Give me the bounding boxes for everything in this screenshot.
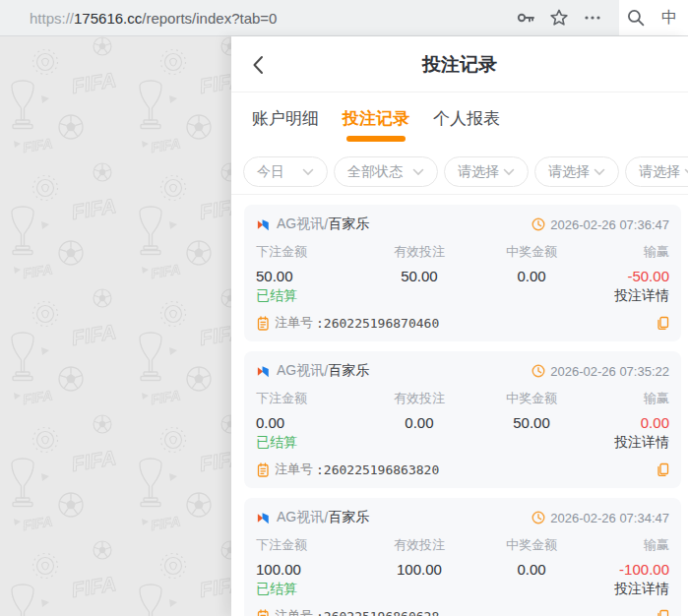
game-name: 百家乐	[328, 509, 369, 526]
bet-record-card: AG视讯/百家乐 2026-02-26 07:34:47 下注金额 有效投注 中…	[244, 498, 681, 616]
ag-provider-icon	[256, 217, 271, 232]
clock-icon	[532, 511, 545, 524]
filter-date-dropdown[interactable]: 今日	[243, 156, 328, 187]
chevron-down-icon	[412, 168, 424, 176]
browser-menu-icon[interactable]	[576, 15, 609, 21]
bet-amount: 100.00	[256, 561, 363, 578]
bet-timestamp: 2026-02-26 07:36:47	[550, 217, 669, 232]
game-name: 百家乐	[328, 362, 369, 380]
bet-amount: 50.00	[256, 268, 363, 284]
order-number-value: 260225196863820	[324, 462, 439, 477]
fifa-pattern-art: FIFA	[0, 36, 231, 616]
tab-account-detail[interactable]: 账户明细	[252, 107, 319, 150]
order-number-label: 注单号	[275, 461, 313, 478]
status-badge: 已结算	[256, 434, 297, 452]
filter-select-dropdown-1[interactable]: 请选择	[444, 156, 529, 187]
ag-provider-icon	[256, 511, 271, 525]
profit-amount: -50.00	[588, 268, 669, 284]
clock-icon	[532, 364, 545, 378]
provider-name: AG视讯	[277, 216, 324, 233]
column-header-valid: 有效投注	[363, 390, 475, 407]
copy-icon[interactable]	[656, 462, 669, 477]
chevron-down-icon	[594, 168, 605, 176]
back-button[interactable]	[251, 55, 271, 75]
order-number-label: 注单号	[275, 607, 313, 616]
provider-name: AG视讯	[277, 509, 324, 526]
order-number-value: 260225196860628	[324, 609, 439, 616]
order-note-icon	[256, 316, 270, 331]
chevron-down-icon	[302, 168, 314, 176]
column-header-profit: 输赢	[588, 390, 669, 407]
copy-icon[interactable]	[656, 316, 669, 331]
tab-personal-report[interactable]: 个人报表	[433, 107, 500, 150]
search-icon[interactable]	[619, 9, 653, 27]
order-note-icon	[256, 609, 270, 616]
browser-toolbar: https://175616.cc/reports/index?tab=0 中	[0, 0, 688, 36]
profit-amount: -100.00	[588, 561, 669, 578]
password-key-icon[interactable]	[509, 10, 542, 26]
order-number-label: 注单号	[275, 314, 313, 332]
column-header-valid: 有效投注	[363, 243, 475, 261]
column-header-win: 中奖金额	[475, 243, 588, 261]
copy-icon[interactable]	[656, 609, 669, 616]
column-header-bet: 下注金额	[256, 390, 363, 407]
page-url[interactable]: https://175616.cc/reports/index?tab=0	[30, 10, 509, 27]
filter-select-dropdown-3[interactable]: 请选择	[625, 156, 688, 187]
column-header-bet: 下注金额	[256, 243, 363, 261]
tab-bar: 账户明细 投注记录 个人报表	[231, 92, 688, 150]
active-tab-underline	[346, 136, 406, 142]
win-amount: 0.00	[475, 268, 588, 284]
toolbar-right: 中	[619, 0, 688, 35]
game-name: 百家乐	[328, 216, 369, 233]
column-header-valid: 有效投注	[363, 536, 475, 554]
status-badge: 已结算	[256, 581, 297, 598]
column-header-bet: 下注金额	[256, 536, 363, 554]
records-list: AG视讯/百家乐 2026-02-26 07:36:47 下注金额 有效投注 中…	[231, 195, 688, 616]
order-number-colon: :	[316, 609, 324, 616]
bet-detail-link[interactable]: 投注详情	[614, 434, 669, 452]
chevron-down-icon	[684, 168, 688, 176]
bet-amount: 0.00	[256, 414, 363, 431]
bet-record-card: AG视讯/百家乐 2026-02-26 07:36:47 下注金额 有效投注 中…	[244, 205, 681, 341]
profit-amount: 0.00	[588, 414, 669, 431]
column-header-profit: 输赢	[588, 243, 669, 261]
order-number-value: 260225196870460	[324, 316, 439, 331]
chevron-down-icon	[503, 168, 515, 176]
ag-provider-icon	[256, 364, 271, 379]
provider-name: AG视讯	[277, 362, 324, 380]
content-panel: 投注记录 账户明细 投注记录 个人报表 今日	[231, 36, 688, 616]
url-domain: 175616.cc	[74, 10, 142, 27]
address-bar[interactable]: https://175616.cc/reports/index?tab=0	[0, 0, 619, 35]
order-note-icon	[256, 462, 270, 477]
column-header-win: 中奖金额	[475, 390, 588, 407]
bet-timestamp: 2026-02-26 07:34:47	[550, 511, 669, 525]
valid-bet-amount: 0.00	[363, 414, 475, 431]
valid-bet-amount: 100.00	[363, 561, 475, 578]
order-number-colon: :	[316, 316, 324, 331]
order-number-colon: :	[316, 462, 324, 477]
column-header-win: 中奖金额	[475, 536, 588, 554]
bookmark-star-icon[interactable]	[542, 9, 576, 27]
bet-record-card: AG视讯/百家乐 2026-02-26 07:35:22 下注金额 有效投注 中…	[244, 351, 681, 488]
status-badge: 已结算	[256, 287, 297, 305]
filter-status-dropdown[interactable]: 全部状态	[334, 156, 438, 187]
column-header-profit: 输赢	[588, 536, 669, 554]
url-path: /reports/index?tab=0	[142, 10, 277, 27]
url-scheme: https://	[30, 10, 74, 27]
screen: https://175616.cc/reports/index?tab=0 中	[0, 0, 688, 616]
bet-timestamp: 2026-02-26 07:35:22	[550, 364, 669, 379]
page-title: 投注记录	[231, 36, 688, 92]
page-header: 投注记录	[231, 36, 688, 92]
clock-icon	[532, 217, 545, 231]
tab-betting-records[interactable]: 投注记录	[343, 107, 409, 150]
filter-select-dropdown-2[interactable]: 请选择	[534, 156, 619, 187]
bet-detail-link[interactable]: 投注详情	[614, 287, 669, 305]
bet-detail-link[interactable]: 投注详情	[614, 581, 669, 598]
valid-bet-amount: 50.00	[363, 268, 475, 284]
translate-icon[interactable]: 中	[653, 8, 686, 29]
win-amount: 50.00	[475, 414, 588, 431]
filter-bar: 今日 全部状态 请选择 请选择 请选择	[231, 150, 688, 195]
back-chevron-icon	[251, 55, 264, 75]
win-amount: 0.00	[475, 561, 588, 578]
fifa-pattern-background: FIFA	[0, 36, 231, 616]
